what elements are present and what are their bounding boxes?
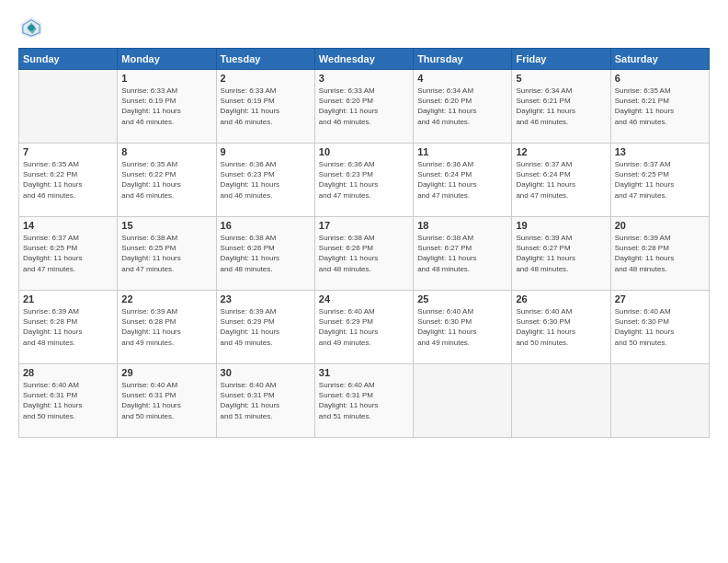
day-info: Sunrise: 6:37 AM Sunset: 6:25 PM Dayligh… [23,233,113,274]
header-cell-friday: Friday [512,49,610,70]
day-number: 23 [221,293,311,304]
day-cell [512,364,610,438]
day-cell: 6Sunrise: 6:35 AM Sunset: 6:21 PM Daylig… [610,70,709,144]
day-info: Sunrise: 6:38 AM Sunset: 6:27 PM Dayligh… [417,233,507,274]
day-info: Sunrise: 6:35 AM Sunset: 6:22 PM Dayligh… [23,159,113,201]
day-cell [610,364,709,438]
day-info: Sunrise: 6:38 AM Sunset: 6:26 PM Dayligh… [221,233,311,274]
day-info: Sunrise: 6:40 AM Sunset: 6:30 PM Dayligh… [615,306,705,348]
day-number: 1 [121,73,211,84]
day-number: 24 [319,293,409,304]
day-info: Sunrise: 6:36 AM Sunset: 6:23 PM Dayligh… [319,159,409,201]
day-number: 19 [516,220,606,231]
week-row-2: 7Sunrise: 6:35 AM Sunset: 6:22 PM Daylig… [19,144,710,217]
day-cell: 26Sunrise: 6:40 AM Sunset: 6:30 PM Dayli… [512,291,610,364]
day-info: Sunrise: 6:36 AM Sunset: 6:23 PM Dayligh… [221,159,311,201]
day-number: 17 [319,220,409,231]
day-cell: 14Sunrise: 6:37 AM Sunset: 6:25 PM Dayli… [19,217,118,291]
day-info: Sunrise: 6:37 AM Sunset: 6:24 PM Dayligh… [516,159,606,201]
calendar-table: SundayMondayTuesdayWednesdayThursdayFrid… [18,48,710,438]
day-info: Sunrise: 6:33 AM Sunset: 6:20 PM Dayligh… [319,86,409,127]
day-number: 4 [417,73,507,84]
day-cell: 17Sunrise: 6:38 AM Sunset: 6:26 PM Dayli… [314,217,413,291]
day-number: 21 [23,293,113,304]
day-cell: 12Sunrise: 6:37 AM Sunset: 6:24 PM Dayli… [512,144,610,217]
day-info: Sunrise: 6:39 AM Sunset: 6:28 PM Dayligh… [23,306,113,348]
day-cell: 20Sunrise: 6:39 AM Sunset: 6:28 PM Dayli… [610,217,709,291]
day-cell: 28Sunrise: 6:40 AM Sunset: 6:31 PM Dayli… [19,364,118,438]
week-row-1: 1Sunrise: 6:33 AM Sunset: 6:19 PM Daylig… [19,70,710,144]
day-number: 14 [23,220,113,231]
day-number: 5 [516,73,606,84]
day-number: 27 [615,293,705,304]
day-info: Sunrise: 6:39 AM Sunset: 6:28 PM Dayligh… [121,306,211,348]
header [18,15,710,40]
day-cell: 8Sunrise: 6:35 AM Sunset: 6:22 PM Daylig… [118,144,216,217]
day-cell: 19Sunrise: 6:39 AM Sunset: 6:27 PM Dayli… [512,217,610,291]
day-number: 13 [615,146,705,157]
day-cell: 29Sunrise: 6:40 AM Sunset: 6:31 PM Dayli… [118,364,216,438]
day-info: Sunrise: 6:33 AM Sunset: 6:19 PM Dayligh… [121,86,211,127]
day-info: Sunrise: 6:40 AM Sunset: 6:31 PM Dayligh… [121,380,211,421]
logo-icon [18,15,44,40]
day-cell: 16Sunrise: 6:38 AM Sunset: 6:26 PM Dayli… [216,217,314,291]
day-cell [414,364,512,438]
day-cell [19,70,118,144]
day-number: 25 [417,293,507,304]
day-number: 22 [121,293,211,304]
day-cell: 23Sunrise: 6:39 AM Sunset: 6:29 PM Dayli… [216,291,314,364]
header-cell-thursday: Thursday [414,49,512,70]
day-number: 28 [23,367,113,378]
day-cell: 2Sunrise: 6:33 AM Sunset: 6:19 PM Daylig… [216,70,314,144]
day-number: 6 [615,73,705,84]
day-number: 26 [516,293,606,304]
day-number: 16 [221,220,311,231]
day-number: 15 [121,220,211,231]
header-cell-tuesday: Tuesday [216,49,314,70]
day-info: Sunrise: 6:39 AM Sunset: 6:28 PM Dayligh… [615,233,705,274]
day-number: 7 [23,146,113,157]
day-cell: 4Sunrise: 6:34 AM Sunset: 6:20 PM Daylig… [414,70,512,144]
day-number: 3 [319,73,409,84]
day-info: Sunrise: 6:40 AM Sunset: 6:29 PM Dayligh… [319,306,409,348]
day-cell: 30Sunrise: 6:40 AM Sunset: 6:31 PM Dayli… [216,364,314,438]
day-cell: 31Sunrise: 6:40 AM Sunset: 6:31 PM Dayli… [314,364,413,438]
day-number: 12 [516,146,606,157]
day-number: 8 [121,146,211,157]
day-cell: 22Sunrise: 6:39 AM Sunset: 6:28 PM Dayli… [118,291,216,364]
day-cell: 27Sunrise: 6:40 AM Sunset: 6:30 PM Dayli… [610,291,709,364]
day-number: 11 [417,146,507,157]
day-number: 10 [319,146,409,157]
day-cell: 1Sunrise: 6:33 AM Sunset: 6:19 PM Daylig… [118,70,216,144]
day-cell: 13Sunrise: 6:37 AM Sunset: 6:25 PM Dayli… [610,144,709,217]
day-number: 29 [121,367,211,378]
week-row-5: 28Sunrise: 6:40 AM Sunset: 6:31 PM Dayli… [19,364,710,438]
day-number: 30 [221,367,311,378]
day-cell: 21Sunrise: 6:39 AM Sunset: 6:28 PM Dayli… [19,291,118,364]
day-cell: 18Sunrise: 6:38 AM Sunset: 6:27 PM Dayli… [414,217,512,291]
header-cell-sunday: Sunday [19,49,118,70]
day-number: 2 [221,73,311,84]
day-info: Sunrise: 6:34 AM Sunset: 6:21 PM Dayligh… [516,86,606,127]
day-cell: 3Sunrise: 6:33 AM Sunset: 6:20 PM Daylig… [314,70,413,144]
day-info: Sunrise: 6:35 AM Sunset: 6:22 PM Dayligh… [121,159,211,201]
day-number: 18 [417,220,507,231]
header-row: SundayMondayTuesdayWednesdayThursdayFrid… [19,49,710,70]
day-info: Sunrise: 6:37 AM Sunset: 6:25 PM Dayligh… [615,159,705,201]
day-info: Sunrise: 6:38 AM Sunset: 6:26 PM Dayligh… [319,233,409,274]
day-number: 31 [319,367,409,378]
header-cell-saturday: Saturday [610,49,709,70]
day-info: Sunrise: 6:40 AM Sunset: 6:31 PM Dayligh… [221,380,311,421]
day-cell: 7Sunrise: 6:35 AM Sunset: 6:22 PM Daylig… [19,144,118,217]
day-info: Sunrise: 6:40 AM Sunset: 6:31 PM Dayligh… [319,380,409,421]
day-cell: 24Sunrise: 6:40 AM Sunset: 6:29 PM Dayli… [314,291,413,364]
week-row-3: 14Sunrise: 6:37 AM Sunset: 6:25 PM Dayli… [19,217,710,291]
day-cell: 25Sunrise: 6:40 AM Sunset: 6:30 PM Dayli… [414,291,512,364]
day-number: 20 [615,220,705,231]
day-cell: 5Sunrise: 6:34 AM Sunset: 6:21 PM Daylig… [512,70,610,144]
day-cell: 15Sunrise: 6:38 AM Sunset: 6:25 PM Dayli… [118,217,216,291]
day-number: 9 [221,146,311,157]
day-info: Sunrise: 6:38 AM Sunset: 6:25 PM Dayligh… [121,233,211,274]
day-info: Sunrise: 6:39 AM Sunset: 6:27 PM Dayligh… [516,233,606,274]
day-cell: 9Sunrise: 6:36 AM Sunset: 6:23 PM Daylig… [216,144,314,217]
